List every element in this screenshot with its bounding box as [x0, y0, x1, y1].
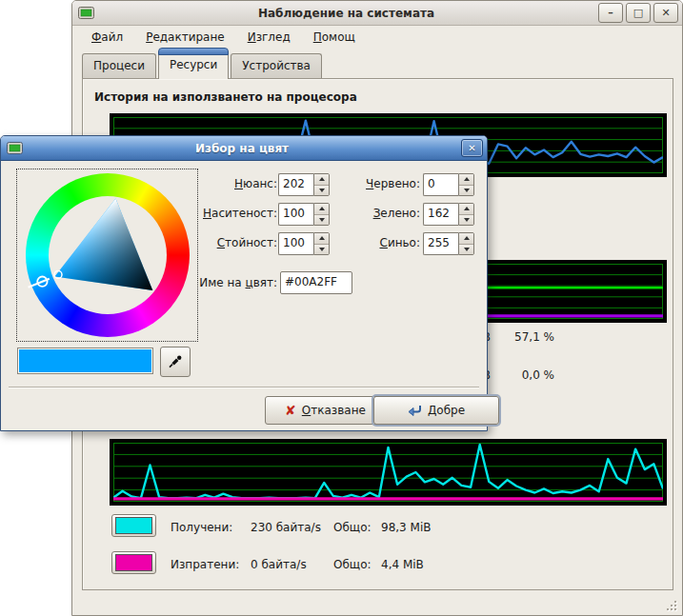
red-down[interactable]: [459, 185, 473, 196]
received-color-button[interactable]: [111, 514, 156, 537]
sent-rate: 0 байта/s: [251, 558, 333, 571]
ok-button[interactable]: Добре: [373, 396, 499, 425]
blue-down[interactable]: [459, 244, 473, 255]
blue-up[interactable]: [459, 233, 473, 244]
received-total-label: Общо:: [333, 521, 381, 534]
sent-label: Изпратени:: [171, 558, 251, 571]
resize-grip[interactable]: [664, 598, 676, 610]
color-wheel-frame: [16, 169, 198, 342]
ok-enter-icon: [408, 405, 422, 417]
received-label: Получени:: [171, 521, 251, 534]
green-spinner[interactable]: 162: [423, 203, 474, 226]
hsv-triangle[interactable]: [26, 173, 190, 337]
menu-edit[interactable]: Редактиране: [135, 28, 235, 47]
cancel-button[interactable]: ✘ Отказване: [265, 396, 386, 425]
saturation-label: Наситеност:: [163, 203, 277, 220]
maximize-button[interactable]: □: [626, 3, 651, 23]
main-titlebar[interactable]: Наблюдение на системата – □ ✕: [72, 1, 682, 26]
received-total: 98,3 MiB: [381, 521, 431, 534]
color-preview: [17, 348, 153, 374]
desktop: Наблюдение на системата – □ ✕ Файл Редак…: [0, 0, 683, 616]
red-spinner[interactable]: 0: [423, 173, 474, 196]
red-up[interactable]: [459, 174, 473, 185]
main-window-title: Наблюдение на системата: [94, 7, 598, 20]
close-button[interactable]: ✕: [653, 3, 678, 23]
cancel-x-icon: ✘: [285, 403, 296, 418]
sent-color-swatch: [115, 554, 152, 571]
green-label: Зелено:: [306, 203, 420, 220]
network-history-chart: [110, 439, 667, 506]
sent-total-label: Общо:: [333, 558, 381, 571]
menu-view[interactable]: Изглед: [237, 28, 301, 47]
dialog-titlebar[interactable]: Избор на цвят ✕: [1, 136, 487, 161]
hue-label: Нюанс:: [163, 173, 277, 190]
hue-ring[interactable]: [26, 173, 190, 337]
blue-label: Синьо:: [306, 232, 420, 249]
tab-devices[interactable]: Устройства: [231, 53, 322, 79]
menubar: Файл Редактиране Изглед Помощ: [73, 26, 681, 49]
received-legend-row: Получени: 230 байта/s Общо: 98,3 MiB: [171, 521, 431, 534]
minimize-button[interactable]: –: [598, 3, 623, 23]
color-name-input[interactable]: #00A2FF: [280, 271, 352, 294]
green-down[interactable]: [459, 214, 473, 226]
received-rate: 230 байта/s: [251, 521, 333, 534]
color-picker-dialog: Избор на цвят ✕: [0, 135, 488, 431]
green-up[interactable]: [459, 204, 473, 214]
sent-color-button[interactable]: [111, 551, 156, 574]
red-label: Червено:: [306, 173, 420, 190]
dialog-close-button[interactable]: ✕: [461, 139, 483, 157]
sent-legend-row: Изпратени: 0 байта/s Общо: 4,4 MiB: [171, 558, 424, 571]
eyedropper-icon: [168, 354, 183, 369]
sent-total: 4,4 MiB: [381, 558, 424, 571]
cpu-history-title: История на използването на процесора: [94, 90, 357, 104]
blue-spinner[interactable]: 255: [423, 232, 474, 255]
tab-processes[interactable]: Процеси: [82, 53, 156, 79]
dialog-monitor-icon: [7, 142, 23, 155]
swap-used-percent: 0,0 %: [522, 368, 554, 382]
eyedropper-button[interactable]: [160, 347, 191, 377]
menu-help[interactable]: Помощ: [303, 28, 366, 47]
received-color-swatch: [115, 517, 152, 534]
app-monitor-icon: [78, 7, 94, 20]
dialog-title: Избор на цвят: [23, 142, 461, 155]
color-name-label: Име на цвят:: [163, 272, 277, 289]
menu-file[interactable]: Файл: [81, 28, 133, 47]
tab-resources[interactable]: Ресурси: [158, 50, 229, 79]
dialog-separator: [9, 387, 479, 388]
value-label: Стойност:: [163, 232, 277, 249]
tab-strip: Процеси Ресурси Устройства: [82, 52, 324, 79]
memory-used-percent: 57,1 %: [514, 330, 554, 344]
